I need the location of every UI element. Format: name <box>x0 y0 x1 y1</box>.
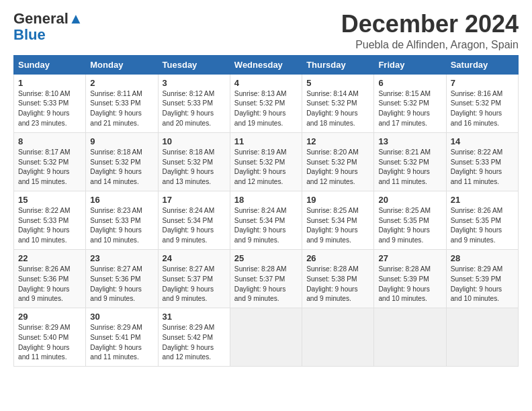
col-header-sunday: Sunday <box>14 55 86 74</box>
day-cell: 27Sunrise: 8:28 AMSunset: 5:39 PMDayligh… <box>374 249 446 308</box>
day-cell: 12Sunrise: 8:20 AMSunset: 5:32 PMDayligh… <box>302 132 374 191</box>
week-row-1: 1Sunrise: 8:10 AMSunset: 5:33 PMDaylight… <box>14 74 519 132</box>
day-number: 11 <box>234 136 298 146</box>
cell-text: Sunrise: 8:11 AMSunset: 5:33 PMDaylight:… <box>90 89 153 129</box>
day-number: 21 <box>451 195 514 205</box>
cell-text: Sunrise: 8:22 AMSunset: 5:33 PMDaylight:… <box>18 206 81 246</box>
header: General▲ Blue December 2024 Puebla de Al… <box>13 11 519 51</box>
day-cell: 24Sunrise: 8:27 AMSunset: 5:37 PMDayligh… <box>158 249 230 308</box>
day-cell: 7Sunrise: 8:16 AMSunset: 5:32 PMDaylight… <box>446 74 518 132</box>
day-number: 19 <box>306 195 369 205</box>
cell-text: Sunrise: 8:17 AMSunset: 5:32 PMDaylight:… <box>18 148 81 187</box>
day-number: 24 <box>163 253 226 263</box>
day-cell: 11Sunrise: 8:19 AMSunset: 5:32 PMDayligh… <box>230 132 302 191</box>
cell-text: Sunrise: 8:24 AMSunset: 5:34 PMDaylight:… <box>234 206 298 246</box>
cell-text: Sunrise: 8:27 AMSunset: 5:36 PMDaylight:… <box>90 265 153 304</box>
day-cell: 21Sunrise: 8:26 AMSunset: 5:35 PMDayligh… <box>446 191 518 249</box>
day-cell: 13Sunrise: 8:21 AMSunset: 5:32 PMDayligh… <box>374 132 446 191</box>
day-cell: 26Sunrise: 8:28 AMSunset: 5:38 PMDayligh… <box>302 249 374 308</box>
day-number: 12 <box>306 136 369 146</box>
logo-text2: Blue <box>13 27 46 43</box>
cell-text: Sunrise: 8:29 AMSunset: 5:39 PMDaylight:… <box>451 265 514 304</box>
day-number: 26 <box>306 253 369 263</box>
cell-text: Sunrise: 8:18 AMSunset: 5:32 PMDaylight:… <box>90 148 153 187</box>
cell-text: Sunrise: 8:29 AMSunset: 5:40 PMDaylight:… <box>18 323 81 363</box>
day-number: 10 <box>163 136 226 146</box>
day-cell <box>446 308 518 367</box>
day-number: 6 <box>378 78 441 88</box>
day-number: 4 <box>234 78 298 88</box>
cell-text: Sunrise: 8:26 AMSunset: 5:35 PMDaylight:… <box>451 206 514 246</box>
cell-text: Sunrise: 8:27 AMSunset: 5:37 PMDaylight:… <box>163 265 226 304</box>
day-number: 29 <box>18 312 81 322</box>
day-cell: 23Sunrise: 8:27 AMSunset: 5:36 PMDayligh… <box>86 249 158 308</box>
logo: General▲ Blue <box>13 11 83 43</box>
day-number: 9 <box>90 136 153 146</box>
cell-text: Sunrise: 8:29 AMSunset: 5:42 PMDaylight:… <box>163 323 226 363</box>
day-cell: 19Sunrise: 8:25 AMSunset: 5:34 PMDayligh… <box>302 191 374 249</box>
week-row-5: 29Sunrise: 8:29 AMSunset: 5:40 PMDayligh… <box>14 308 519 367</box>
day-number: 5 <box>306 78 369 88</box>
day-cell: 28Sunrise: 8:29 AMSunset: 5:39 PMDayligh… <box>446 249 518 308</box>
cell-text: Sunrise: 8:25 AMSunset: 5:35 PMDaylight:… <box>378 206 441 246</box>
title-section: December 2024 Puebla de Alfinden, Aragon… <box>341 11 519 51</box>
day-cell: 8Sunrise: 8:17 AMSunset: 5:32 PMDaylight… <box>14 132 86 191</box>
day-cell: 31Sunrise: 8:29 AMSunset: 5:42 PMDayligh… <box>158 308 230 367</box>
day-cell: 25Sunrise: 8:28 AMSunset: 5:37 PMDayligh… <box>230 249 302 308</box>
col-header-saturday: Saturday <box>446 55 518 74</box>
cell-text: Sunrise: 8:23 AMSunset: 5:33 PMDaylight:… <box>90 206 153 246</box>
day-number: 30 <box>90 312 153 322</box>
day-cell: 6Sunrise: 8:15 AMSunset: 5:32 PMDaylight… <box>374 74 446 132</box>
logo-text: General▲ <box>13 11 83 27</box>
day-number: 14 <box>451 136 514 146</box>
cell-text: Sunrise: 8:26 AMSunset: 5:36 PMDaylight:… <box>18 265 81 304</box>
cell-text: Sunrise: 8:12 AMSunset: 5:33 PMDaylight:… <box>163 89 226 129</box>
col-header-monday: Monday <box>86 55 158 74</box>
day-cell: 22Sunrise: 8:26 AMSunset: 5:36 PMDayligh… <box>14 249 86 308</box>
cell-text: Sunrise: 8:13 AMSunset: 5:32 PMDaylight:… <box>234 89 298 129</box>
day-number: 13 <box>378 136 441 146</box>
day-number: 17 <box>163 195 226 205</box>
day-number: 25 <box>234 253 298 263</box>
location: Puebla de Alfinden, Aragon, Spain <box>341 39 519 51</box>
day-cell: 3Sunrise: 8:12 AMSunset: 5:33 PMDaylight… <box>158 74 230 132</box>
week-row-2: 8Sunrise: 8:17 AMSunset: 5:32 PMDaylight… <box>14 132 519 191</box>
day-cell: 29Sunrise: 8:29 AMSunset: 5:40 PMDayligh… <box>14 308 86 367</box>
day-number: 1 <box>18 78 81 88</box>
day-number: 22 <box>18 253 81 263</box>
day-number: 7 <box>451 78 514 88</box>
header-row: SundayMondayTuesdayWednesdayThursdayFrid… <box>14 55 519 74</box>
day-number: 15 <box>18 195 81 205</box>
day-cell: 5Sunrise: 8:14 AMSunset: 5:32 PMDaylight… <box>302 74 374 132</box>
day-cell: 14Sunrise: 8:22 AMSunset: 5:33 PMDayligh… <box>446 132 518 191</box>
cell-text: Sunrise: 8:28 AMSunset: 5:39 PMDaylight:… <box>378 265 441 304</box>
day-cell: 20Sunrise: 8:25 AMSunset: 5:35 PMDayligh… <box>374 191 446 249</box>
cell-text: Sunrise: 8:29 AMSunset: 5:41 PMDaylight:… <box>90 323 153 363</box>
cell-text: Sunrise: 8:25 AMSunset: 5:34 PMDaylight:… <box>306 206 369 246</box>
cell-text: Sunrise: 8:14 AMSunset: 5:32 PMDaylight:… <box>306 89 369 129</box>
cell-text: Sunrise: 8:15 AMSunset: 5:32 PMDaylight:… <box>378 89 441 129</box>
cell-text: Sunrise: 8:28 AMSunset: 5:37 PMDaylight:… <box>234 265 298 304</box>
cell-text: Sunrise: 8:18 AMSunset: 5:32 PMDaylight:… <box>163 148 226 187</box>
cell-text: Sunrise: 8:21 AMSunset: 5:32 PMDaylight:… <box>378 148 441 187</box>
cell-text: Sunrise: 8:28 AMSunset: 5:38 PMDaylight:… <box>306 265 369 304</box>
day-cell: 9Sunrise: 8:18 AMSunset: 5:32 PMDaylight… <box>86 132 158 191</box>
calendar-table: SundayMondayTuesdayWednesdayThursdayFrid… <box>13 55 519 367</box>
day-number: 27 <box>378 253 441 263</box>
day-cell: 17Sunrise: 8:24 AMSunset: 5:34 PMDayligh… <box>158 191 230 249</box>
day-number: 16 <box>90 195 153 205</box>
day-number: 23 <box>90 253 153 263</box>
day-cell: 4Sunrise: 8:13 AMSunset: 5:32 PMDaylight… <box>230 74 302 132</box>
day-number: 28 <box>451 253 514 263</box>
day-cell <box>374 308 446 367</box>
day-cell: 30Sunrise: 8:29 AMSunset: 5:41 PMDayligh… <box>86 308 158 367</box>
cell-text: Sunrise: 8:20 AMSunset: 5:32 PMDaylight:… <box>306 148 369 187</box>
day-number: 2 <box>90 78 153 88</box>
cell-text: Sunrise: 8:16 AMSunset: 5:32 PMDaylight:… <box>451 89 514 129</box>
cell-text: Sunrise: 8:24 AMSunset: 5:34 PMDaylight:… <box>163 206 226 246</box>
col-header-tuesday: Tuesday <box>158 55 230 74</box>
col-header-thursday: Thursday <box>302 55 374 74</box>
day-cell <box>302 308 374 367</box>
week-row-4: 22Sunrise: 8:26 AMSunset: 5:36 PMDayligh… <box>14 249 519 308</box>
day-cell <box>230 308 302 367</box>
